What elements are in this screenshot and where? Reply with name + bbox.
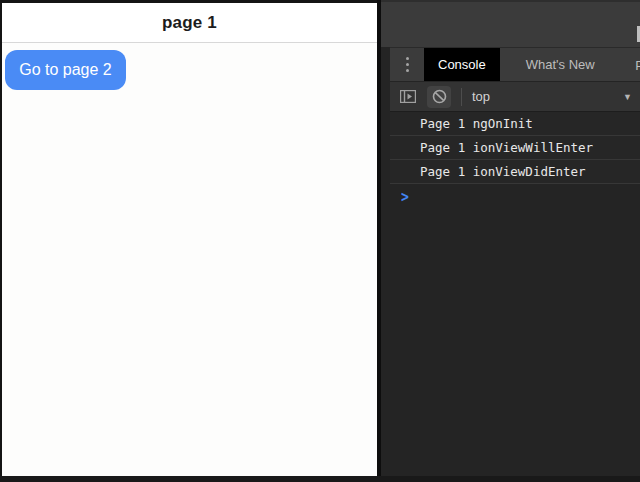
app-header: page 1 — [2, 3, 377, 43]
app-content: Go to page 2 — [2, 43, 377, 475]
console-message-text: Page 1 ionViewWillEnter — [420, 140, 593, 155]
console-log-area[interactable]: Page 1 ngOnInit Page 1 ionViewWillEnter … — [390, 112, 640, 476]
console-message-text: Page 1 ngOnInit — [420, 116, 533, 131]
bottom-bar — [0, 476, 640, 482]
console-prompt[interactable]: > — [390, 184, 640, 208]
console-sidebar-icon — [400, 90, 416, 103]
tab-whats-new[interactable]: What's New — [512, 48, 609, 81]
kebab-menu-icon — [406, 57, 409, 72]
console-message: Page 1 ngOnInit — [390, 112, 640, 136]
app-viewport: page 1 Go to page 2 — [0, 0, 377, 476]
tab-whats-new-label: What's New — [526, 57, 595, 72]
console-message: Page 1 ionViewDidEnter — [390, 160, 640, 184]
devtools-left-gutter — [381, 47, 390, 476]
devtools-panel: Console What's New P — [381, 0, 640, 476]
devtools-top-chrome — [381, 0, 640, 47]
toolbar-divider — [461, 88, 462, 106]
devtools-main: Console What's New P — [390, 47, 640, 476]
clear-console-button[interactable] — [427, 86, 451, 108]
console-message-text: Page 1 ionViewDidEnter — [420, 164, 586, 179]
console-sidebar-toggle-button[interactable] — [396, 86, 420, 108]
page-title: page 1 — [162, 13, 217, 33]
devtools-body: Console What's New P — [381, 47, 640, 476]
tab-console-label: Console — [438, 57, 486, 72]
tab-partial-label: P — [635, 58, 640, 73]
tab-partial[interactable]: P — [633, 48, 640, 81]
console-message: Page 1 ionViewWillEnter — [390, 136, 640, 160]
screenshot-root: page 1 Go to page 2 Console — [0, 0, 640, 482]
dropdown-arrow-icon[interactable]: ▼ — [623, 92, 634, 102]
ban-icon — [432, 89, 447, 104]
devtools-tab-bar: Console What's New P — [390, 47, 640, 81]
go-to-page-2-button[interactable]: Go to page 2 — [5, 50, 126, 90]
context-selector[interactable]: top — [472, 89, 490, 104]
tab-console[interactable]: Console — [424, 48, 500, 81]
prompt-chevron-icon: > — [401, 187, 409, 204]
console-toolbar: top ▼ — [390, 81, 640, 112]
more-tabs-button[interactable] — [390, 48, 424, 81]
